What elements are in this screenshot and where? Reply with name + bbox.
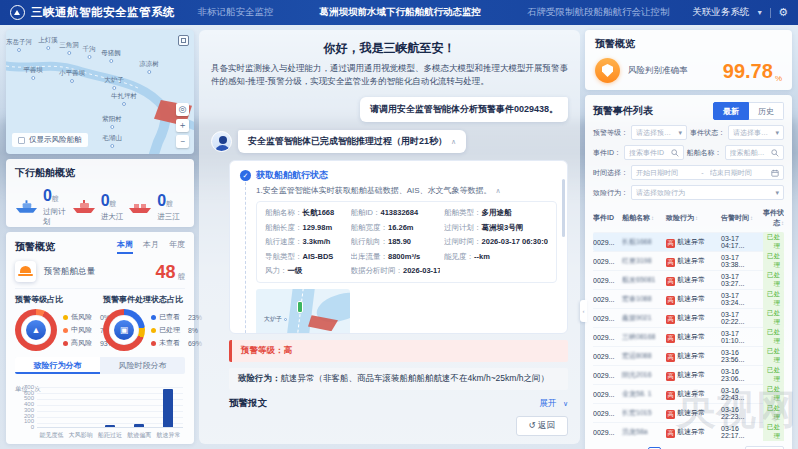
level-high-badge: 高 <box>666 277 675 286</box>
tab-week[interactable]: 本周 <box>117 239 133 254</box>
event-list-card: ‹ 预警事件列表 最新 历史 预警等级： 请选择预警等级▾ 事件状态： 请选择事… <box>585 95 792 449</box>
event-table-header: 事件ID 船舶名称↕ 致险行为↕ 告警时间↕ 事件状态↕ <box>593 206 784 232</box>
stat-sanjiang: 0艘进三江 <box>128 187 185 227</box>
bar-deviation <box>134 424 144 427</box>
sort-icon: ↕ <box>695 215 698 221</box>
level-high-badge: 高 <box>666 315 675 324</box>
zoom-in-button[interactable]: ＋ <box>176 119 189 132</box>
menu-item-nonmarked[interactable]: 非标记船安全监控 <box>198 6 274 19</box>
accuracy-card: 预警概览 风险判别准确率 99.78 % <box>585 30 792 90</box>
table-row[interactable]: 0029...宏泰1088高航速异常03-17 03:24...已处理 <box>593 289 784 308</box>
mini-map-panel[interactable]: 东岳子河 上灯溪 三角洞 千沟 母猪阙 凉凉树 平善坝 小平善坝 大炉子 牛扎坪… <box>6 30 194 154</box>
distribution-tabs: 致险行为分布 风险时段分布 <box>15 357 185 374</box>
level-select[interactable]: 请选择预警等级▾ <box>631 125 687 140</box>
pagination: 共2022条 ‹ 1 2 ··· 102 › 20条/页▾ <box>593 441 784 449</box>
status-badge: 已处理 <box>763 289 784 310</box>
menu-item-shipai[interactable]: 石牌受限制航段船舶航行会让控制 <box>527 6 670 19</box>
status-badge: 已处理 <box>763 384 784 405</box>
business-system-link[interactable]: 关联业务系统 <box>692 6 749 19</box>
status-badge: 已处理 <box>763 251 784 272</box>
collapse-icon[interactable]: ∧ <box>451 138 456 145</box>
tab-risk-time-dist[interactable]: 风险时段分布 <box>100 357 185 374</box>
accuracy-card-title: 预警概览 <box>595 37 782 51</box>
event-table: 事件ID 船舶名称↕ 致险行为↕ 告警时间↕ 事件状态↕ 0029...长航16… <box>593 206 784 441</box>
user-message-bubble: 请调用安全监管智能体分析预警事件0029438。 <box>360 97 568 122</box>
chevron-down-icon: ▼ <box>756 9 763 16</box>
calendar-icon <box>771 169 779 177</box>
time-range-picker[interactable]: 开始日期时间-结束日期时间 <box>631 165 784 180</box>
status-donut-block: 预警事件处理状态占比 ▣ 已查看 23% 已处理 8% 未查看 69% <box>103 294 185 351</box>
gear-icon[interactable]: ⚙ <box>778 6 788 19</box>
downstream-overview-card: 下行船舶概览 0艘过闸计划 0艘进大江 0艘进三江 <box>6 159 194 227</box>
checkbox-icon <box>18 137 25 144</box>
menu-item-gezhouba[interactable]: 葛洲坝坝前水域下行船舶航行动态监控 <box>320 6 482 19</box>
app-title: 三峡通航智能安全监管系统 <box>31 5 175 20</box>
level-high-badge: 高 <box>666 258 675 267</box>
risk-behavior-bar-chart: 单位：次 700 600 500 400 300 200 100 0 <box>15 377 185 440</box>
table-row[interactable]: 0029...红星3198高航速异常03-17 03:38...已处理 <box>593 251 784 270</box>
chevron-down-icon: ∨ <box>563 400 568 407</box>
collapse-icon[interactable]: ∧ <box>496 187 501 194</box>
fullscreen-icon[interactable] <box>178 35 189 46</box>
status-badge: 已处理 <box>763 308 784 329</box>
level-high-badge: 高 <box>666 239 675 248</box>
period-tabs: 本周 本月 年度 <box>117 239 185 254</box>
chevron-down-icon: ▾ <box>678 129 682 137</box>
stat-lock-plan: 0艘过闸计划 <box>15 187 72 227</box>
expand-link[interactable]: 展开 ∨ <box>540 398 569 410</box>
table-row[interactable]: 0029...浩龙58a高航速异常03-16 22:17...已处理 <box>593 422 784 441</box>
status-select[interactable]: 请选择事件状态▾ <box>728 125 784 140</box>
collapse-handle[interactable]: ‹ <box>580 300 587 322</box>
zoom-out-button[interactable]: － <box>176 135 189 148</box>
status-badge: 已处理 <box>763 422 784 442</box>
greeting-description: 具备实时监测接入与处理能力，通过调用通用视觉模型、多模态大模型和推理大模型开展预… <box>211 62 568 88</box>
downstream-stats: 0艘过闸计划 0艘进大江 0艘进三江 <box>15 187 185 227</box>
risk-only-checkbox[interactable]: 仅显示风险船舶 <box>12 133 88 147</box>
locate-icon[interactable]: ◎ <box>176 103 189 116</box>
table-row[interactable]: 0029...长航1668高航速异常03-17 04:17...已处理 <box>593 232 784 251</box>
agent-reply-card[interactable]: ✓ 获取船舶航行状态 1.安全监管智能体实时获取船舶基础数据、AIS、水文气象等… <box>229 160 568 334</box>
tab-month[interactable]: 本月 <box>143 239 159 254</box>
status-badge: 已处理 <box>763 327 784 348</box>
bar-speed <box>163 389 173 427</box>
table-row[interactable]: 0029...阳光2016高航速异常03-16 23:06...已处理 <box>593 365 784 384</box>
check-icon: ✓ <box>240 170 251 181</box>
map-place: 大炉子 <box>264 315 287 324</box>
bar-distance <box>105 425 115 427</box>
tab-year[interactable]: 年度 <box>169 239 185 254</box>
shield-icon <box>595 58 620 83</box>
greeting-title: 你好，我是三峡航至安！ <box>211 40 568 57</box>
event-id-input[interactable]: 搜索事件ID <box>624 145 684 160</box>
ship-icon <box>128 200 152 214</box>
ship-name-input[interactable]: 搜索船舶名称 <box>725 145 785 160</box>
tab-risk-behavior-dist[interactable]: 致险行为分布 <box>15 357 100 374</box>
agent-message-bubble: 安全监管智能体已完成智能推理过程（用时21秒）∧ <box>238 130 466 153</box>
main-area: 东岳子河 上灯溪 三角洞 千沟 母猪阙 凉凉树 平善坝 小平善坝 大炉子 牛扎坪… <box>0 25 798 449</box>
top-right: 关联业务系统 ▼ ⚙ <box>692 6 788 19</box>
agent-message-row: 安全监管智能体已完成智能推理过程（用时21秒）∧ <box>211 130 568 153</box>
behavior-select[interactable]: 请选择致险行为▾ <box>631 185 784 200</box>
risk-behavior-banner: 致险行为：航速异常（非客船、商品车滚装船舶船舶航速不在4km/h~25km/h之… <box>229 368 568 390</box>
table-row[interactable]: 0029...航发65081高航速异常03-17 03:27...已处理 <box>593 270 784 289</box>
ship-position-map: 大炉子 <box>256 289 350 334</box>
camera-icon: ▣ <box>114 320 134 340</box>
agent-avatar <box>211 131 232 152</box>
table-row[interactable]: 0029...长宏1015高航速异常03-16 22:23...已处理 <box>593 403 784 422</box>
report-row: 预警报文 展开 ∨ <box>229 397 568 410</box>
alarm-icon <box>15 261 36 282</box>
back-button[interactable]: ↺ 返回 <box>516 416 568 436</box>
downstream-title: 下行船舶概览 <box>15 166 185 180</box>
scrollbar-thumb[interactable] <box>562 179 565 237</box>
table-row[interactable]: 0029...三峡08168高航速异常03-17 01:10...已处理 <box>593 327 784 346</box>
status-badge: 已处理 <box>763 232 784 253</box>
tab-history[interactable]: 历史 <box>749 102 784 120</box>
table-row[interactable]: 0029...鑫源9021高航速异常03-17 02:22...已处理 <box>593 308 784 327</box>
map-place: 牛扎坪村 <box>111 92 137 106</box>
table-row[interactable]: 0029...宏运8088高航速异常03-16 23:56...已处理 <box>593 346 784 365</box>
table-row[interactable]: 0029...金龙58. 1高航速异常03-16 22:43...已处理 <box>593 384 784 403</box>
step-ship-status: ✓ 获取船舶航行状态 1.安全监管智能体实时获取船舶基础数据、AIS、水文气象等… <box>240 169 557 334</box>
level-donut-chart: ▲ <box>15 309 57 351</box>
level-high-badge: 高 <box>666 410 675 419</box>
map-place: 三角洞 <box>59 41 79 55</box>
tab-latest[interactable]: 最新 <box>713 102 749 120</box>
